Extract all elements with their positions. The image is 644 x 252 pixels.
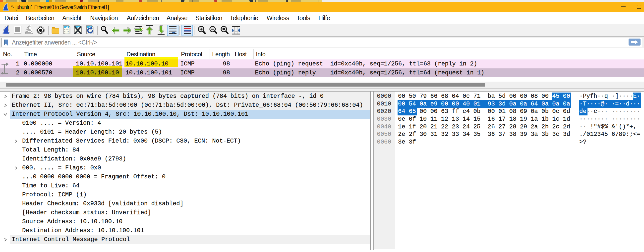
svg-text:0111: 0111 — [64, 32, 69, 34]
